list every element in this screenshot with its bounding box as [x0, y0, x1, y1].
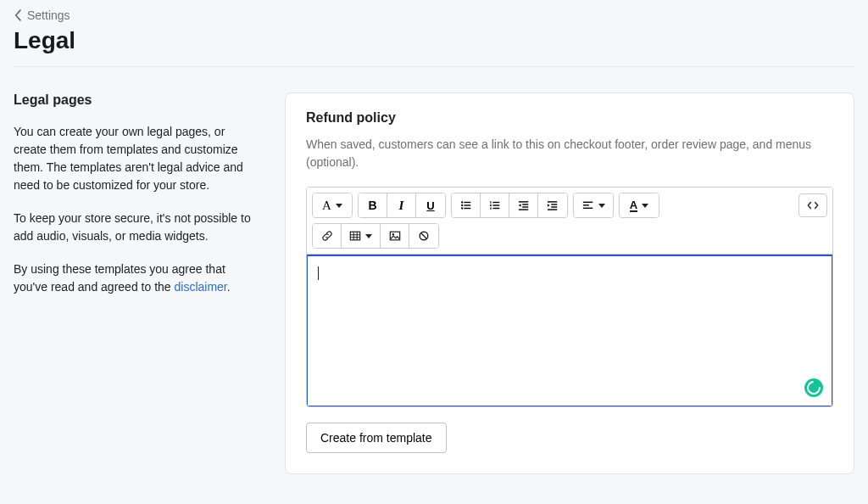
- link-icon: [321, 230, 333, 242]
- bullet-list-button[interactable]: [452, 193, 481, 217]
- font-style-dropdown[interactable]: A: [313, 193, 352, 217]
- image-icon: [389, 230, 401, 242]
- indent-icon: [547, 199, 559, 211]
- underline-button[interactable]: U: [416, 193, 445, 217]
- svg-rect-20: [551, 206, 557, 207]
- svg-rect-24: [582, 208, 592, 209]
- card-heading: Refund policy: [306, 110, 833, 126]
- text-color-icon: A: [630, 199, 637, 212]
- disclaimer-link[interactable]: disclaimer: [174, 280, 226, 294]
- refund-policy-card: Refund policy When saved, customers can …: [285, 92, 854, 474]
- svg-line-33: [421, 233, 427, 239]
- svg-rect-5: [464, 208, 470, 209]
- svg-rect-23: [582, 204, 588, 205]
- svg-point-2: [461, 204, 463, 206]
- svg-rect-14: [518, 201, 527, 202]
- outdent-icon: [518, 199, 530, 211]
- svg-rect-13: [490, 209, 492, 210]
- svg-rect-12: [490, 208, 492, 209]
- page-title: Legal: [14, 27, 854, 54]
- breadcrumb-label: Settings: [27, 8, 70, 22]
- rich-text-editor: A B I U: [306, 187, 833, 407]
- svg-rect-21: [548, 209, 557, 210]
- image-button[interactable]: [381, 224, 409, 248]
- table-icon: [349, 230, 361, 242]
- numbered-list-button[interactable]: [481, 193, 509, 217]
- svg-rect-1: [464, 202, 470, 203]
- bullet-list-icon: [460, 199, 472, 211]
- outdent-button[interactable]: [509, 193, 538, 217]
- svg-point-0: [461, 201, 463, 203]
- clear-formatting-button[interactable]: [409, 224, 438, 248]
- svg-rect-25: [350, 232, 359, 240]
- svg-rect-16: [522, 206, 528, 207]
- svg-rect-15: [522, 204, 528, 204]
- svg-point-31: [392, 233, 393, 235]
- font-letter-icon: A: [322, 199, 331, 213]
- link-button[interactable]: [313, 224, 342, 248]
- svg-rect-30: [390, 232, 399, 240]
- sidebar-paragraph-3: By using these templates you agree that …: [14, 260, 251, 296]
- chevron-down-icon: [598, 204, 605, 208]
- sidebar-explainer: Legal pages You can create your own lega…: [14, 92, 251, 474]
- card-description: When saved, customers can see a link to …: [306, 136, 833, 171]
- svg-point-4: [461, 207, 463, 209]
- sidebar-paragraph-2: To keep your store secure, it's not poss…: [14, 210, 251, 245]
- svg-rect-10: [490, 204, 492, 205]
- italic-button[interactable]: I: [387, 193, 416, 217]
- indent-button[interactable]: [538, 193, 567, 217]
- text-cursor: [318, 266, 319, 280]
- bold-button[interactable]: B: [359, 193, 387, 217]
- chevron-down-icon: [365, 234, 372, 238]
- align-left-icon: [582, 199, 594, 211]
- svg-rect-7: [492, 204, 499, 205]
- no-symbol-icon: [418, 230, 430, 242]
- editor-toolbar: A B I U: [307, 188, 832, 255]
- svg-rect-18: [548, 201, 557, 202]
- sidebar-paragraph-1: You can create your own legal pages, or …: [14, 123, 251, 194]
- svg-rect-19: [551, 204, 557, 204]
- table-dropdown[interactable]: [342, 224, 381, 248]
- svg-rect-6: [492, 202, 499, 203]
- svg-rect-8: [492, 208, 499, 209]
- svg-rect-22: [582, 202, 592, 203]
- svg-rect-3: [464, 204, 470, 205]
- header-divider: [14, 66, 854, 67]
- chevron-down-icon: [336, 204, 342, 208]
- svg-rect-11: [490, 205, 492, 206]
- grammarly-icon[interactable]: [804, 378, 823, 397]
- create-from-template-button[interactable]: Create from template: [306, 423, 447, 453]
- editor-textarea[interactable]: [306, 255, 833, 407]
- sidebar-heading: Legal pages: [14, 92, 251, 108]
- numbered-list-icon: [489, 199, 501, 211]
- svg-rect-17: [518, 209, 527, 210]
- html-view-button[interactable]: [798, 193, 827, 217]
- breadcrumb-back[interactable]: Settings: [14, 8, 854, 22]
- chevron-down-icon: [642, 204, 648, 208]
- code-icon: [807, 199, 819, 211]
- chevron-left-icon: [14, 9, 22, 21]
- text-color-dropdown[interactable]: A: [620, 193, 659, 217]
- align-dropdown[interactable]: [574, 193, 613, 217]
- svg-rect-9: [490, 201, 491, 204]
